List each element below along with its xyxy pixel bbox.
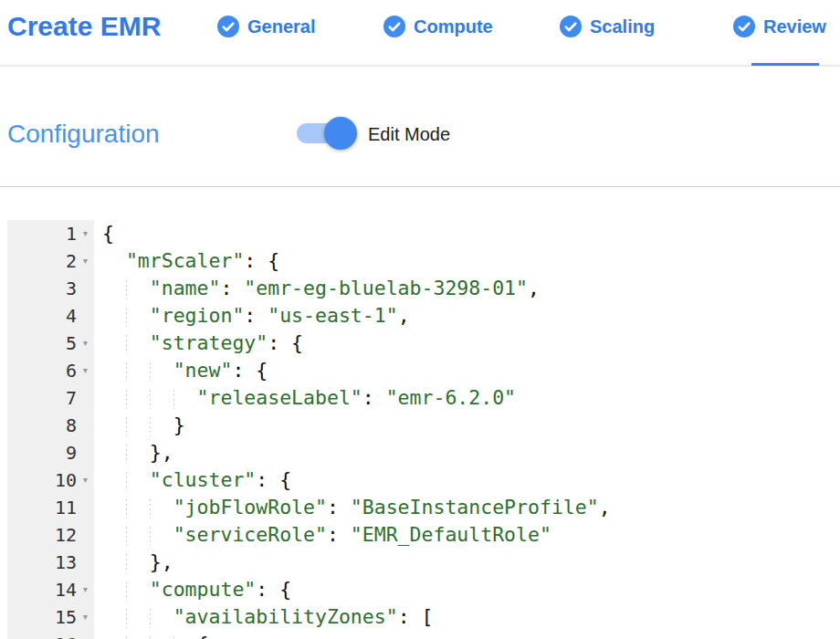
code-line[interactable]: "jobFlowRole": "BaseInstanceProfile", <box>94 494 840 521</box>
fold-arrow-icon[interactable]: ▾ <box>77 466 94 494</box>
editor-line: 13 ▾ }, <box>7 549 840 576</box>
line-number: 16 <box>7 631 77 639</box>
fold-arrow-icon[interactable]: ▾ <box>77 631 94 639</box>
editor-gutter: 13 ▾ <box>7 549 94 576</box>
wizard-step-review[interactable]: Review <box>733 16 826 37</box>
wizard-step-label: Compute <box>414 16 493 37</box>
fold-arrow-icon[interactable]: ▾ <box>77 330 94 357</box>
check-circle-icon <box>733 16 755 37</box>
wizard-header: Create EMR General Compute Scaling Revie… <box>0 0 840 67</box>
toggle-thumb <box>324 117 357 150</box>
fold-arrow-icon[interactable]: ▾ <box>77 603 94 631</box>
editor-line: 5 ▾ "strategy": { <box>7 330 840 357</box>
code-line[interactable]: "mrScaler": { <box>94 247 840 275</box>
line-number: 4 <box>7 302 77 330</box>
editor-line: 10 ▾ "cluster": { <box>7 466 840 494</box>
fold-arrow-icon[interactable]: ▾ <box>77 247 94 275</box>
code-line[interactable]: } <box>94 412 840 439</box>
create-emr-page: Create EMR General Compute Scaling Revie… <box>0 0 840 639</box>
editor-line: 15 ▾ "availabilityZones": [ <box>7 603 840 631</box>
editor-gutter: 7 ▾ <box>7 384 94 412</box>
code-line[interactable]: "serviceRole": "EMR_DefaultRole" <box>94 521 840 549</box>
editor-line: 11 ▾ "jobFlowRole": "BaseInstanceProfile… <box>7 494 840 521</box>
editor-line: 6 ▾ "new": { <box>7 357 840 384</box>
editor-gutter: 3 ▾ <box>7 275 94 302</box>
code-line[interactable]: "cluster": { <box>94 466 840 494</box>
line-number: 6 <box>7 357 77 384</box>
editor-gutter: 8 ▾ <box>7 412 94 439</box>
editor-line: 14 ▾ "compute": { <box>7 576 840 603</box>
wizard-step-label: Review <box>763 16 826 37</box>
wizard-step-compute[interactable]: Compute <box>383 16 493 37</box>
wizard-step-label: General <box>247 16 315 37</box>
editor-gutter: 16 ▾ <box>7 631 94 639</box>
editor-line: 2 ▾ "mrScaler": { <box>7 247 840 275</box>
code-line[interactable]: "compute": { <box>94 576 840 603</box>
json-editor[interactable]: 1 ▾ { 2 ▾ "mrScaler": { 3 ▾ "name": "emr… <box>7 220 840 639</box>
line-number: 11 <box>7 494 77 521</box>
fold-arrow-icon[interactable]: ▾ <box>77 220 94 247</box>
line-number: 2 <box>7 247 77 275</box>
editor-gutter: 1 ▾ <box>7 220 94 247</box>
editor-gutter: 11 ▾ <box>7 494 94 521</box>
code-line[interactable]: }, <box>94 439 840 466</box>
code-line[interactable]: "new": { <box>94 357 840 384</box>
line-number: 10 <box>7 466 77 494</box>
editor-line: 9 ▾ }, <box>7 439 840 466</box>
editor-line: 1 ▾ { <box>7 220 840 247</box>
code-line[interactable]: }, <box>94 549 840 576</box>
line-number: 8 <box>7 412 77 439</box>
fold-arrow-icon[interactable]: ▾ <box>77 576 94 603</box>
line-number: 13 <box>7 549 77 576</box>
editor-gutter: 15 ▾ <box>7 603 94 631</box>
editor-line: 16 ▾ { <box>7 631 840 639</box>
line-number: 9 <box>7 439 77 466</box>
editor-gutter: 12 ▾ <box>7 521 94 549</box>
edit-mode-label: Edit Mode <box>368 124 450 145</box>
editor-gutter: 10 ▾ <box>7 466 94 494</box>
line-number: 12 <box>7 521 77 549</box>
wizard-step-label: Scaling <box>590 16 655 37</box>
editor-line: 4 ▾ "region": "us-east-1", <box>7 302 840 330</box>
check-circle-icon <box>560 16 582 37</box>
line-number: 14 <box>7 576 77 603</box>
line-number: 1 <box>7 220 77 247</box>
line-number: 15 <box>7 603 77 631</box>
editor-gutter: 5 ▾ <box>7 330 94 357</box>
editor-gutter: 2 ▾ <box>7 247 94 275</box>
configuration-heading: Configuration <box>7 120 160 149</box>
code-line[interactable]: "name": "emr-eg-bluelab-3298-01", <box>94 275 840 302</box>
code-line[interactable]: "region": "us-east-1", <box>94 302 840 330</box>
editor-gutter: 6 ▾ <box>7 357 94 384</box>
editor-gutter: 9 ▾ <box>7 439 94 466</box>
page-title: Create EMR <box>7 11 161 42</box>
code-line[interactable]: "strategy": { <box>94 330 840 357</box>
line-number: 7 <box>7 384 77 412</box>
editor-line: 8 ▾ } <box>7 412 840 439</box>
editor-gutter: 4 ▾ <box>7 302 94 330</box>
check-circle-icon <box>217 16 239 37</box>
editor-line: 12 ▾ "serviceRole": "EMR_DefaultRole" <box>7 521 840 549</box>
editor-line: 7 ▾ "releaseLabel": "emr-6.2.0" <box>7 384 840 412</box>
code-line[interactable]: { <box>94 631 840 639</box>
wizard-step-general[interactable]: General <box>217 16 315 37</box>
check-circle-icon <box>383 16 405 37</box>
wizard-step-scaling[interactable]: Scaling <box>560 16 655 37</box>
fold-arrow-icon[interactable]: ▾ <box>77 357 94 384</box>
edit-mode-toggle[interactable] <box>297 123 352 143</box>
editor-gutter: 14 ▾ <box>7 576 94 603</box>
configuration-section: Configuration Edit Mode <box>0 67 840 187</box>
line-number: 5 <box>7 330 77 357</box>
editor-line: 3 ▾ "name": "emr-eg-bluelab-3298-01", <box>7 275 840 302</box>
code-line[interactable]: "availabilityZones": [ <box>94 603 840 631</box>
line-number: 3 <box>7 275 77 302</box>
code-line[interactable]: "releaseLabel": "emr-6.2.0" <box>94 384 840 412</box>
code-line[interactable]: { <box>94 220 840 247</box>
